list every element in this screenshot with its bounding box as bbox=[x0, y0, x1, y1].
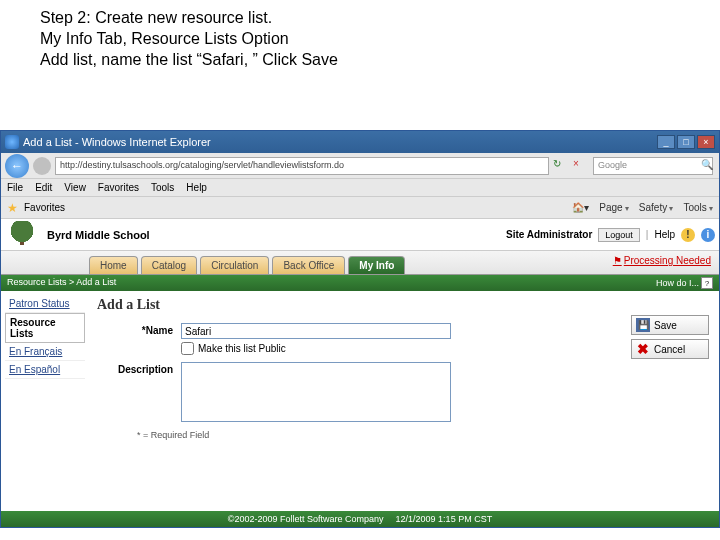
menu-view[interactable]: View bbox=[64, 182, 86, 193]
sidebar-item-resource-lists[interactable]: Resource Lists bbox=[5, 313, 85, 343]
favorites-label[interactable]: Favorites bbox=[24, 202, 65, 213]
instruction-block: Step 2: Create new resource list. My Inf… bbox=[0, 0, 720, 74]
logout-button[interactable]: Logout bbox=[598, 228, 640, 242]
public-checkbox[interactable] bbox=[181, 342, 194, 355]
toolbar-safety[interactable]: Safety bbox=[639, 202, 674, 213]
processing-text: Processing Needed bbox=[624, 255, 711, 266]
window-title: Add a List - Windows Internet Explorer bbox=[23, 136, 211, 148]
window-titlebar: Add a List - Windows Internet Explorer _… bbox=[1, 131, 719, 153]
school-name: Byrd Middle School bbox=[47, 229, 150, 241]
footer-timestamp: 12/1/2009 1:15 PM CST bbox=[396, 514, 493, 524]
instruction-line1: Step 2: Create new resource list. bbox=[40, 8, 680, 29]
description-textarea[interactable] bbox=[181, 362, 451, 422]
menu-help[interactable]: Help bbox=[186, 182, 207, 193]
search-icon[interactable]: 🔍 bbox=[701, 159, 715, 173]
save-button[interactable]: 💾 Save bbox=[631, 315, 709, 335]
tab-circulation[interactable]: Circulation bbox=[200, 256, 269, 274]
browser-nav-row: ← http://destiny.tulsaschools.org/catalo… bbox=[1, 153, 719, 179]
window-minimize-button[interactable]: _ bbox=[657, 135, 675, 149]
browser-menu-bar: File Edit View Favorites Tools Help bbox=[1, 179, 719, 197]
cancel-icon: ✖ bbox=[636, 342, 650, 356]
footer-copyright: ©2002-2009 Follett Software Company bbox=[228, 514, 384, 524]
footer-bar: ©2002-2009 Follett Software Company 12/1… bbox=[1, 511, 719, 527]
menu-favorites[interactable]: Favorites bbox=[98, 182, 139, 193]
breadcrumb-bar: Resource Lists > Add a List How do I... … bbox=[1, 275, 719, 291]
cancel-button[interactable]: ✖ Cancel bbox=[631, 339, 709, 359]
instruction-line2: My Info Tab, Resource Lists Option bbox=[40, 29, 680, 50]
description-label: Description bbox=[97, 362, 181, 375]
menu-edit[interactable]: Edit bbox=[35, 182, 52, 193]
destiny-tabbar: Home Catalog Circulation Back Office My … bbox=[1, 251, 719, 275]
tab-catalog[interactable]: Catalog bbox=[141, 256, 197, 274]
required-note: * = Required Field bbox=[137, 430, 711, 440]
processing-needed-link[interactable]: ⚑ Processing Needed bbox=[613, 255, 711, 266]
toolbar-page[interactable]: Page bbox=[599, 202, 629, 213]
name-label: *Name bbox=[97, 323, 181, 336]
save-label: Save bbox=[654, 320, 677, 331]
name-input[interactable] bbox=[181, 323, 451, 339]
back-button[interactable]: ← bbox=[5, 154, 29, 178]
how-do-i-link[interactable]: How do I... bbox=[656, 278, 699, 288]
alert-icon[interactable]: ! bbox=[681, 228, 695, 242]
flag-icon: ⚑ bbox=[613, 255, 622, 266]
help-question-icon[interactable]: ? bbox=[701, 277, 713, 289]
address-bar[interactable]: http://destiny.tulsaschools.org/catalogi… bbox=[55, 157, 549, 175]
sidebar-item-francais[interactable]: En Français bbox=[5, 343, 85, 361]
menu-tools[interactable]: Tools bbox=[151, 182, 174, 193]
toolbar-tools[interactable]: Tools bbox=[683, 202, 713, 213]
content-area: Patron Status Resource Lists En Français… bbox=[1, 291, 719, 491]
breadcrumb[interactable]: Resource Lists > Add a List bbox=[7, 277, 116, 289]
page-heading: Add a List bbox=[97, 297, 711, 313]
cancel-label: Cancel bbox=[654, 344, 685, 355]
ie-icon bbox=[5, 135, 19, 149]
help-link[interactable]: Help bbox=[654, 229, 675, 240]
home-icon[interactable]: 🏠▾ bbox=[572, 202, 589, 213]
favorites-star-icon[interactable]: ★ bbox=[7, 201, 18, 215]
window-close-button[interactable]: × bbox=[697, 135, 715, 149]
sidebar-item-espanol[interactable]: En Español bbox=[5, 361, 85, 379]
destiny-header: Byrd Middle School Site Administrator Lo… bbox=[1, 219, 719, 251]
save-icon: 💾 bbox=[636, 318, 650, 332]
search-box[interactable]: Google bbox=[593, 157, 713, 175]
browser-fav-row: ★ Favorites 🏠▾ Page Safety Tools bbox=[1, 197, 719, 219]
window-maximize-button[interactable]: □ bbox=[677, 135, 695, 149]
sidebar: Patron Status Resource Lists En Français… bbox=[1, 291, 89, 491]
public-label: Make this list Public bbox=[198, 343, 286, 354]
instruction-line3: Add list, name the list “Safari, ” Click… bbox=[40, 50, 680, 71]
menu-file[interactable]: File bbox=[7, 182, 23, 193]
tab-myinfo[interactable]: My Info bbox=[348, 256, 405, 274]
main-panel: Add a List *Name Make this list Public D… bbox=[89, 291, 719, 491]
stop-icon[interactable]: × bbox=[573, 158, 589, 174]
school-logo-icon bbox=[5, 221, 39, 249]
ie-window: Add a List - Windows Internet Explorer _… bbox=[0, 130, 720, 528]
tab-home[interactable]: Home bbox=[89, 256, 138, 274]
role-label: Site Administrator bbox=[506, 229, 592, 240]
sidebar-item-patron[interactable]: Patron Status bbox=[5, 295, 85, 313]
info-icon[interactable]: i bbox=[701, 228, 715, 242]
tab-backoffice[interactable]: Back Office bbox=[272, 256, 345, 274]
refresh-icon[interactable]: ↻ bbox=[553, 158, 569, 174]
forward-button[interactable] bbox=[33, 157, 51, 175]
